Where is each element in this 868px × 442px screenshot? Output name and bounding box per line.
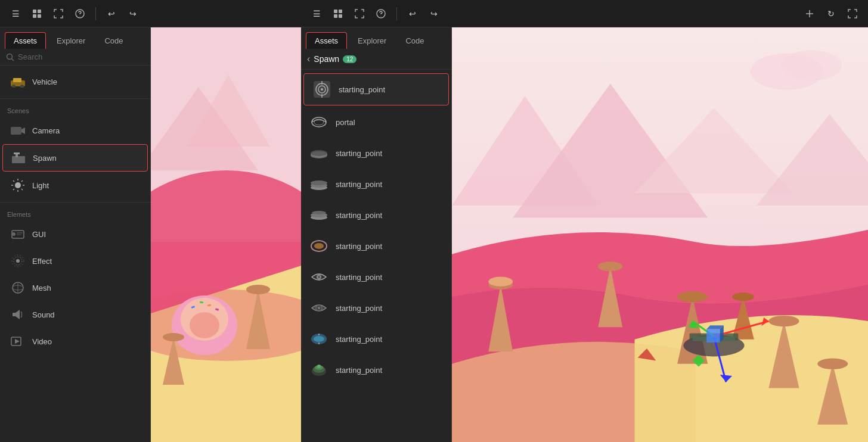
spawn-item-portal[interactable]: portal — [301, 107, 451, 138]
fullscreen-icon[interactable] — [50, 5, 67, 22]
svg-point-108 — [677, 291, 708, 302]
add-icon[interactable] — [801, 5, 818, 22]
fullscreen-icon-r[interactable] — [351, 5, 368, 22]
svg-point-25 — [12, 232, 16, 236]
asset-item-camera[interactable]: Camera — [2, 117, 148, 144]
spawn-item-label-6: starting_point — [336, 273, 382, 282]
spawn-item-0[interactable]: starting_point — [303, 73, 449, 105]
spawn-item-label-3: starting_point — [336, 180, 382, 189]
help-icon-r[interactable] — [373, 5, 389, 22]
svg-point-5 — [7, 54, 13, 59]
spawn-item-label-8: starting_point — [336, 335, 382, 344]
tab-code-middle[interactable]: Code — [397, 32, 432, 49]
layout-icon-r[interactable] — [330, 5, 346, 22]
svg-point-82 — [314, 243, 324, 249]
svg-marker-35 — [16, 310, 20, 319]
mesh-icon — [10, 279, 26, 296]
spawn-item-5[interactable]: starting_point — [301, 231, 451, 262]
right-viewport[interactable] — [452, 27, 868, 442]
tab-code-left[interactable]: Code — [96, 32, 131, 49]
middle-spawn-panel: Assets Explorer Code ‹ Spawn 12 — [301, 27, 452, 442]
spawn-label: Spawn — [33, 154, 57, 163]
svg-line-23 — [13, 189, 14, 190]
back-button[interactable]: ‹ — [307, 54, 310, 64]
video-icon — [10, 333, 26, 350]
expand-icon[interactable] — [844, 5, 861, 22]
spawn-icon-ring — [309, 236, 328, 256]
search-bar — [0, 49, 150, 66]
layout-icon[interactable] — [29, 5, 45, 22]
mesh-label: Mesh — [32, 284, 51, 292]
spawn-item-9[interactable]: starting_point — [301, 354, 451, 385]
svg-point-110 — [768, 316, 799, 326]
asset-item-video[interactable]: Video — [2, 328, 148, 354]
tab-assets-middle[interactable]: Assets — [306, 32, 347, 49]
svg-point-94 — [317, 365, 321, 368]
spawn-item-6[interactable]: starting_point — [301, 262, 451, 292]
svg-rect-10 — [11, 127, 21, 135]
undo-icon-r[interactable]: ↩ — [404, 5, 421, 22]
svg-rect-14 — [14, 152, 20, 154]
video-label: Video — [32, 337, 52, 346]
asset-item-vehicle[interactable]: Vehicle — [2, 69, 148, 95]
divider-r — [396, 7, 397, 20]
asset-item-gui[interactable]: GUI — [2, 221, 148, 247]
svg-point-106 — [598, 262, 622, 271]
menu-icon-r[interactable]: ☰ — [308, 5, 325, 22]
spawn-item-4[interactable]: starting_point — [301, 200, 451, 231]
asset-item-spawn[interactable]: Spawn — [2, 144, 148, 172]
section-elements: Elemets — [0, 206, 150, 220]
svg-point-15 — [15, 182, 21, 188]
asset-item-light[interactable]: Light — [2, 172, 148, 198]
redo-icon[interactable]: ↪ — [125, 5, 141, 22]
tab-explorer-middle[interactable]: Explorer — [349, 32, 395, 49]
section-scenes: Scenes — [0, 102, 150, 117]
svg-point-66 — [321, 88, 323, 91]
tab-assets-left[interactable]: Assets — [5, 32, 46, 49]
spawn-item-3[interactable]: starting_point — [301, 169, 451, 200]
spawn-item-2[interactable]: starting_point — [301, 138, 451, 169]
spawn-icon-target — [312, 80, 331, 99]
svg-rect-57 — [339, 10, 342, 13]
divider — [95, 7, 96, 20]
asset-item-effect[interactable]: Effect — [2, 248, 148, 274]
spawn-item-label-0: starting_point — [339, 85, 385, 94]
undo-icon[interactable]: ↩ — [103, 5, 120, 22]
redo-icon-r[interactable]: ↪ — [426, 5, 442, 22]
vehicle-icon — [10, 73, 26, 90]
spawn-asset-icon — [10, 150, 27, 166]
menu-icon[interactable]: ☰ — [7, 5, 24, 22]
light-icon — [10, 177, 26, 194]
asset-item-mesh[interactable]: Mesh — [2, 275, 148, 301]
left-viewport[interactable] — [151, 27, 301, 442]
spawn-item-label-2: starting_point — [336, 149, 382, 158]
svg-rect-124 — [706, 329, 720, 342]
camera-icon — [10, 122, 26, 139]
refresh-icon[interactable]: ↻ — [823, 5, 839, 22]
left-assets-panel: Assets Explorer Code — [0, 27, 151, 442]
asset-list: Vehicle Scenes Camera — [0, 66, 150, 442]
spawn-item-8[interactable]: starting_point — [301, 323, 451, 354]
svg-point-112 — [817, 358, 848, 369]
gui-label: GUI — [32, 230, 46, 239]
tab-explorer-left[interactable]: Explorer — [48, 32, 94, 49]
svg-rect-58 — [334, 14, 337, 18]
help-icon[interactable] — [72, 5, 88, 22]
svg-point-47 — [181, 298, 228, 341]
search-input[interactable] — [18, 52, 144, 61]
svg-rect-59 — [339, 14, 342, 18]
svg-rect-7 — [13, 78, 21, 82]
spawn-item-label-4: starting_point — [336, 211, 382, 220]
spawn-item-7[interactable]: starting_point — [301, 292, 451, 323]
spawn-icon-flat2 — [309, 175, 328, 194]
svg-point-28 — [16, 259, 20, 263]
spawn-icon-flat — [309, 144, 328, 163]
asset-item-sound[interactable]: Sound — [2, 301, 148, 328]
svg-marker-37 — [15, 339, 20, 344]
sound-label: Sound — [32, 310, 55, 319]
top-bar-right: ☰ ↩ ↪ ↻ — [301, 0, 868, 27]
svg-point-77 — [311, 180, 327, 185]
svg-point-84 — [318, 276, 320, 278]
spawn-icon-blue — [309, 329, 328, 348]
portal-icon — [309, 113, 328, 132]
